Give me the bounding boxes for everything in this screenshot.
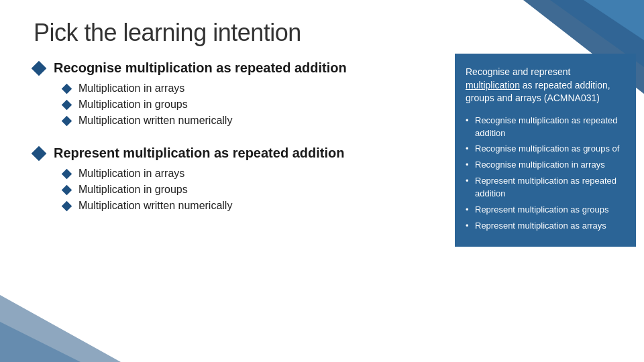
sub-bullet — [62, 99, 72, 110]
list-item: Represent multiplication as arrays — [466, 220, 625, 233]
panel-header-text: Recognise and represent multiplication a… — [466, 66, 610, 103]
sub-bullet — [62, 184, 72, 195]
sub-bullet — [62, 200, 72, 211]
list-item: Multiplication written numerically — [63, 115, 423, 127]
list-item: Multiplication written numerically — [63, 200, 423, 212]
list-item: Recognise multiplication in arrays — [466, 159, 625, 172]
section1-subitems: Multiplication in arrays Multiplication … — [63, 82, 423, 127]
svg-marker-3 — [0, 295, 121, 362]
section1-title: Recognise multiplication as repeated add… — [54, 60, 347, 76]
section-recognise: Recognise multiplication as repeated add… — [34, 60, 423, 127]
sub-bullet — [62, 115, 72, 126]
section1-header: Recognise multiplication as repeated add… — [34, 60, 423, 76]
list-item: Multiplication in groups — [63, 99, 423, 111]
section2-title: Represent multiplication as repeated add… — [54, 145, 344, 161]
slide-title: Pick the learning intention — [34, 19, 301, 47]
list-item: Represent multiplication as groups — [466, 204, 625, 217]
section2-bullet — [32, 145, 47, 161]
list-item: Multiplication in groups — [63, 184, 423, 196]
panel-list: Recognise multiplication as repeated add… — [466, 115, 625, 233]
list-item: Recognise multiplication as groups of — [466, 143, 625, 156]
sub-bullet — [62, 83, 72, 94]
section-represent: Represent multiplication as repeated add… — [34, 145, 423, 212]
title-area: Pick the learning intention — [34, 19, 301, 47]
panel-header: Recognise and represent multiplication a… — [466, 66, 625, 105]
list-item: Recognise multiplication as repeated add… — [466, 115, 625, 140]
section2-header: Represent multiplication as repeated add… — [34, 145, 423, 161]
svg-marker-4 — [0, 322, 80, 362]
list-item: Multiplication in arrays — [63, 82, 423, 95]
list-item: Multiplication in arrays — [63, 168, 423, 180]
sub-item-text: Multiplication in groups — [78, 99, 188, 111]
sub-item-text: Multiplication in groups — [78, 184, 188, 196]
section1-bullet — [32, 60, 47, 76]
section2-subitems: Multiplication in arrays Multiplication … — [63, 168, 423, 212]
panel-code: (ACMNA031) — [544, 93, 600, 103]
main-content: Recognise multiplication as repeated add… — [34, 60, 423, 231]
sub-item-text: Multiplication written numerically — [78, 115, 232, 127]
list-item: Represent multiplication as repeated add… — [466, 175, 625, 200]
sub-item-text: Multiplication written numerically — [78, 200, 232, 212]
sub-bullet — [62, 168, 72, 179]
sub-item-text: Multiplication in arrays — [78, 168, 184, 180]
panel-underline-text: multiplication — [466, 80, 520, 90]
right-panel: Recognise and represent multiplication a… — [455, 54, 636, 247]
svg-marker-2 — [584, 0, 644, 40]
slide: Pick the learning intention Recognise mu… — [0, 0, 644, 362]
sub-item-text: Multiplication in arrays — [78, 82, 184, 95]
